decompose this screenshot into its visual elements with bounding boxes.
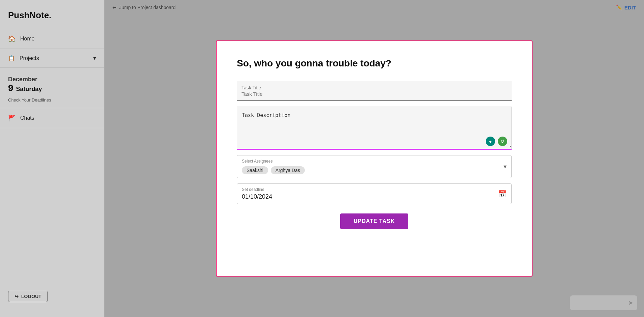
sidebar-item-home[interactable]: 🏠 Home — [0, 30, 104, 47]
app-logo: PushNote. — [0, 7, 104, 27]
logout-icon: ↪ — [14, 294, 19, 299]
update-task-button[interactable]: UPDATE TASK — [340, 213, 408, 229]
deadline-label: Set deadline — [242, 187, 507, 192]
task-desc-wrapper: Task Description ● ↺ — [237, 107, 512, 150]
task-title-label: Task Title — [242, 85, 507, 90]
green-icon: ↺ — [501, 139, 505, 144]
deadline-wrapper: Set deadline 01/10/2024 📅 — [237, 183, 512, 204]
modal-dialog: So, who you gonna trouble today? Task Ti… — [216, 40, 533, 277]
sidebar-divider-3 — [0, 67, 104, 68]
sidebar-item-projects[interactable]: 📋 Projects ▾ — [0, 50, 104, 66]
sidebar-chats-label: Chats — [20, 115, 34, 121]
date-section: December 9 Saturday — [0, 69, 104, 96]
sidebar-divider-5 — [0, 128, 104, 128]
deadline-note: Check Your Deadlines — [0, 96, 104, 107]
logout-button[interactable]: ↪ LOGOUT — [8, 291, 48, 302]
chats-icon: 🚩 — [8, 114, 15, 122]
task-title-wrapper: Task Title — [237, 81, 512, 101]
desc-icon-teal-button[interactable]: ● — [486, 137, 495, 146]
sidebar-item-chats[interactable]: 🚩 Chats — [0, 110, 104, 126]
desc-icons: ● ↺ — [486, 137, 507, 146]
teal-icon: ● — [489, 139, 492, 144]
sidebar-divider-4 — [0, 108, 104, 108]
current-day-name: Saturday — [16, 86, 42, 93]
sidebar-divider-1 — [0, 29, 104, 29]
assignee-chip-saakshi[interactable]: Saakshi — [242, 166, 268, 174]
task-desc-textarea[interactable]: Task Description — [237, 110, 511, 147]
projects-icon: 📋 — [8, 55, 15, 61]
sidebar-home-label: Home — [20, 36, 35, 42]
sidebar-divider-2 — [0, 49, 104, 49]
task-desc-label — [237, 107, 511, 110]
logout-label: LOGOUT — [21, 294, 41, 299]
sidebar-projects-label: Projects — [20, 55, 39, 61]
desc-icon-green-button[interactable]: ↺ — [498, 137, 507, 146]
deadline-value: 01/10/2024 — [242, 193, 507, 200]
modal-title: So, who you gonna trouble today? — [237, 58, 512, 69]
assignee-chip-arghya[interactable]: Arghya Das — [271, 166, 305, 174]
calendar-icon[interactable]: 📅 — [498, 190, 507, 198]
current-day-num: 9 — [8, 83, 13, 93]
task-title-input[interactable] — [242, 91, 507, 97]
assignees-dropdown-icon[interactable]: ▾ — [504, 163, 507, 170]
main-area: ⬅ Jump to Project dashboard ✏️ EDIT ➤ So… — [104, 0, 644, 317]
sidebar: PushNote. 🏠 Home 📋 Projects ▾ December 9… — [0, 0, 104, 317]
current-month: December — [8, 76, 96, 83]
assignees-label: Select Assignees — [242, 159, 507, 164]
modal-overlay: So, who you gonna trouble today? Task Ti… — [104, 0, 644, 317]
task-title-field-group: Task Title — [237, 81, 512, 101]
home-icon: 🏠 — [8, 35, 15, 42]
projects-chevron-icon: ▾ — [93, 55, 96, 61]
assignees-wrapper[interactable]: Select Assignees Saakshi Arghya Das ▾ — [237, 155, 512, 178]
assignees-chips: Saakshi Arghya Das — [242, 166, 507, 174]
